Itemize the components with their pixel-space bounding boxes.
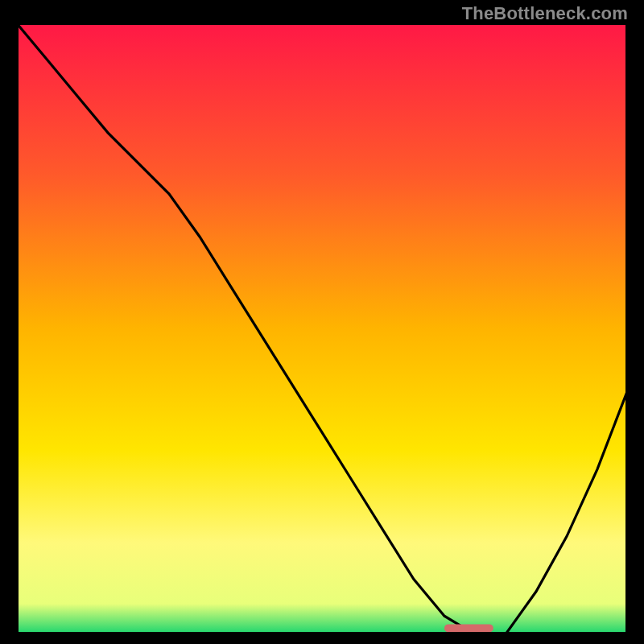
optimal-marker [444, 624, 493, 632]
chart-gradient-bg [16, 23, 628, 634]
watermark-text: TheBottleneck.com [462, 3, 628, 24]
chart-frame [16, 23, 628, 634]
chart-svg [16, 23, 628, 634]
